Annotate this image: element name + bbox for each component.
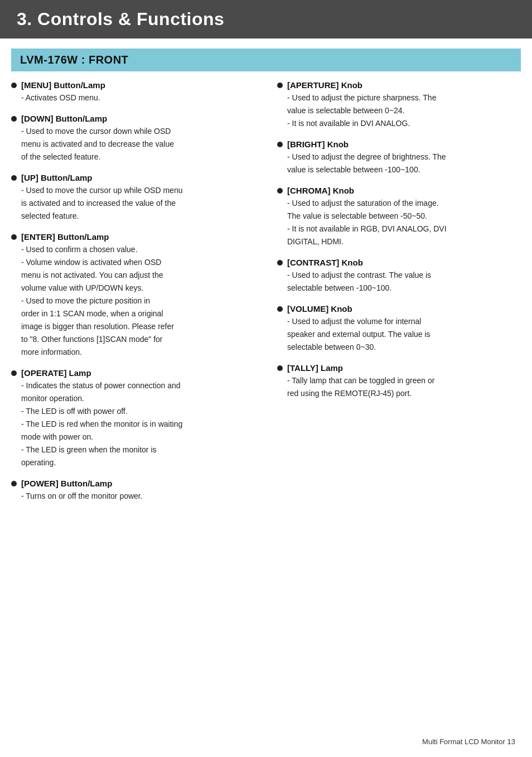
item-title-volume: [VOLUME] Knob — [287, 304, 352, 314]
item-title-power: [POWER] Button/Lamp — [21, 479, 112, 488]
item-title-chroma: [CHROMA] Knob — [287, 186, 354, 195]
item-block-contrast: [CONTRAST] Knob- Used to adjust the cont… — [277, 258, 521, 294]
bullet-operate — [11, 370, 17, 376]
item-block-tally: [TALLY] Lamp- Tally lamp that can be tog… — [277, 363, 521, 399]
item-desc-power: - Turns on or off the monitor power. — [21, 490, 255, 502]
item-block-down: [DOWN] Button/Lamp- Used to move the cur… — [11, 114, 255, 163]
item-desc-bright: - Used to adjust the degree of brightnes… — [287, 151, 521, 176]
item-desc-menu: - Activates OSD menu. — [21, 92, 255, 104]
item-title-operate: [OPERATE] Lamp — [21, 368, 91, 378]
item-desc-operate: - Indicates the status of power connecti… — [21, 380, 255, 469]
bullet-aperture — [277, 83, 283, 88]
bullet-menu — [11, 83, 17, 88]
bullet-bright — [277, 142, 283, 147]
item-desc-volume: - Used to adjust the volume for internal… — [287, 316, 521, 353]
left-column: [MENU] Button/Lamp- Activates OSD menu.[… — [11, 80, 260, 512]
content-area: [MENU] Button/Lamp- Activates OSD menu.[… — [0, 80, 532, 512]
section-title: LVM-176W : FRONT — [20, 54, 128, 66]
item-title-enter: [ENTER] Button/Lamp — [21, 232, 109, 242]
bullet-enter — [11, 234, 17, 240]
right-column: [APERTURE] Knob- Used to adjust the pict… — [272, 80, 521, 512]
item-block-bright: [BRIGHT] Knob- Used to adjust the degree… — [277, 139, 521, 176]
item-block-power: [POWER] Button/Lamp- Turns on or off the… — [11, 479, 255, 502]
footer-text: Multi Format LCD Monitor 13 — [422, 737, 515, 746]
item-desc-down: - Used to move the cursor down while OSD… — [21, 126, 255, 163]
bullet-down — [11, 116, 17, 122]
item-desc-contrast: - Used to adjust the contrast. The value… — [287, 269, 521, 294]
item-desc-up: - Used to move the cursor up while OSD m… — [21, 185, 255, 222]
item-block-aperture: [APERTURE] Knob- Used to adjust the pict… — [277, 80, 521, 129]
item-title-contrast: [CONTRAST] Knob — [287, 258, 363, 267]
item-block-operate: [OPERATE] Lamp- Indicates the status of … — [11, 368, 255, 469]
item-title-down: [DOWN] Button/Lamp — [21, 114, 107, 123]
item-block-enter: [ENTER] Button/Lamp- Used to confirm a c… — [11, 232, 255, 358]
item-block-chroma: [CHROMA] Knob- Used to adjust the satura… — [277, 186, 521, 248]
item-desc-enter: - Used to confirm a chosen value.- Volum… — [21, 244, 255, 358]
section-header: LVM-176W : FRONT — [11, 49, 521, 71]
bullet-volume — [277, 306, 283, 312]
item-desc-tally: - Tally lamp that can be toggled in gree… — [287, 375, 521, 399]
item-block-volume: [VOLUME] Knob- Used to adjust the volume… — [277, 304, 521, 353]
page-header: 3. Controls & Functions — [0, 0, 532, 38]
item-title-menu: [MENU] Button/Lamp — [21, 80, 105, 90]
item-title-up: [UP] Button/Lamp — [21, 173, 92, 182]
bullet-tally — [277, 365, 283, 371]
page-title: 3. Controls & Functions — [17, 9, 515, 30]
item-desc-chroma: - Used to adjust the saturation of the i… — [287, 197, 521, 248]
item-title-aperture: [APERTURE] Knob — [287, 80, 362, 90]
bullet-contrast — [277, 260, 283, 266]
bullet-power — [11, 481, 17, 486]
bullet-up — [11, 175, 17, 181]
bullet-chroma — [277, 188, 283, 194]
item-block-menu: [MENU] Button/Lamp- Activates OSD menu. — [11, 80, 255, 104]
item-desc-aperture: - Used to adjust the picture sharpness. … — [287, 92, 521, 129]
item-block-up: [UP] Button/Lamp- Used to move the curso… — [11, 173, 255, 222]
item-title-tally: [TALLY] Lamp — [287, 363, 343, 373]
item-title-bright: [BRIGHT] Knob — [287, 139, 349, 149]
